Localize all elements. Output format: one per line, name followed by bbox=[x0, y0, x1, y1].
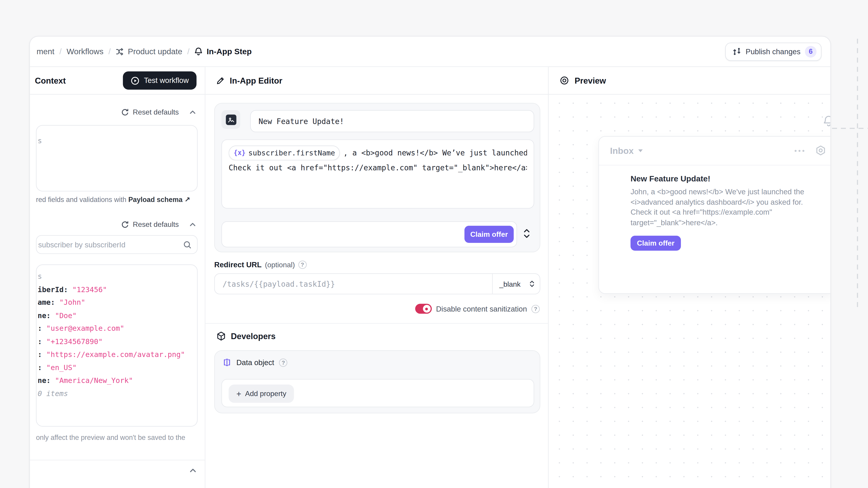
changes-count-badge: 6 bbox=[805, 46, 816, 57]
canvas-dashed-vline bbox=[857, 39, 858, 311]
json-row: : "en_US" bbox=[38, 361, 195, 374]
redirect-target-select[interactable]: _blank bbox=[492, 274, 540, 294]
add-property-button[interactable]: + Add property bbox=[228, 385, 294, 403]
notification-item[interactable]: New Feature Update! John, a <b>good news… bbox=[630, 174, 824, 251]
breadcrumb-item-environment[interactable]: ment bbox=[37, 47, 55, 56]
subscriber-section-header: Reset defaults bbox=[121, 220, 196, 229]
json-row: : "https://example.com/avatar.png" bbox=[38, 348, 195, 361]
avatar-button[interactable] bbox=[221, 110, 240, 129]
chevron-down-icon bbox=[638, 149, 643, 152]
collapse-chevron-icon[interactable] bbox=[189, 108, 196, 116]
sanitization-row: Disable content sanitization ? bbox=[415, 304, 540, 314]
app-viewport: ment / Workflows / Product update / In-A… bbox=[0, 0, 868, 488]
redirect-url-optional: (optional) bbox=[265, 260, 295, 269]
redirect-url-label-row: Redirect URL (optional) ? bbox=[214, 260, 307, 269]
breadcrumb-item-workflow[interactable]: Product update bbox=[116, 47, 182, 56]
context-panel-body: Reset defaults s red fields and validati… bbox=[30, 95, 205, 488]
inbox-preview-card: Inbox ••• New Feature Update! John, a <b… bbox=[598, 136, 830, 294]
inapp-editor-panel: In-App Editor {x} subscriber.firstN bbox=[206, 67, 549, 488]
inbox-dropdown[interactable]: Inbox bbox=[610, 146, 643, 156]
json-row: : "+1234567890" bbox=[38, 335, 195, 348]
add-property-label: Add property bbox=[245, 390, 286, 398]
redirect-url-field: _blank bbox=[214, 273, 540, 294]
breadcrumb-item-workflows[interactable]: Workflows bbox=[67, 47, 103, 56]
json-collapsed-items[interactable]: 0 items bbox=[38, 387, 195, 400]
body-text-line1: , a <b>good news!</b> We’ve just launche… bbox=[343, 147, 527, 159]
data-object-label: Data object bbox=[237, 358, 274, 367]
select-chevrons-icon bbox=[529, 280, 535, 288]
variable-icon: {x} bbox=[234, 147, 246, 159]
package-icon bbox=[217, 331, 226, 341]
notification-bell-icon[interactable] bbox=[823, 115, 831, 128]
variable-chip[interactable]: {x} subscriber.firstName bbox=[228, 145, 340, 160]
plus-icon: + bbox=[237, 389, 241, 398]
payload-editor[interactable]: s bbox=[36, 125, 197, 191]
section-divider bbox=[206, 323, 548, 324]
test-workflow-button[interactable]: Test workflow bbox=[123, 71, 197, 90]
refresh-icon bbox=[121, 221, 129, 228]
publish-changes-button[interactable]: Publish changes 6 bbox=[725, 42, 822, 61]
more-options-icon[interactable]: ••• bbox=[794, 147, 806, 155]
inbox-label: Inbox bbox=[610, 146, 634, 156]
reset-defaults-button[interactable]: Reset defaults bbox=[121, 220, 179, 229]
developers-header: Developers bbox=[217, 331, 276, 341]
redirect-target-value: _blank bbox=[499, 280, 521, 288]
notification-title: New Feature Update! bbox=[630, 174, 824, 183]
json-row: ne: "Doe" bbox=[38, 309, 195, 322]
canvas-dashed-hline bbox=[832, 128, 868, 129]
arrow-up-right-icon: ↗ bbox=[184, 196, 190, 203]
subject-input[interactable] bbox=[250, 110, 534, 132]
breadcrumb-separator: / bbox=[108, 47, 111, 56]
collapse-chevron-icon[interactable] bbox=[189, 221, 196, 228]
redirect-url-input[interactable] bbox=[222, 274, 483, 294]
data-object-box: + Add property bbox=[221, 379, 534, 408]
inbox-header: Inbox ••• bbox=[599, 137, 831, 165]
help-icon[interactable]: ? bbox=[279, 358, 287, 367]
data-object-icon bbox=[222, 358, 231, 367]
help-icon[interactable]: ? bbox=[531, 304, 540, 313]
variable-chip-label: subscriber.firstName bbox=[248, 147, 335, 159]
primary-action-field[interactable]: Claim offer bbox=[221, 221, 517, 248]
body-editor[interactable]: {x} subscriber.firstName , a <b>good new… bbox=[221, 139, 534, 208]
body-text-line2: Check it out <a href="https://example.co… bbox=[228, 162, 527, 174]
collapse-chevron-icon[interactable] bbox=[189, 466, 197, 475]
context-footer-divider bbox=[30, 460, 205, 460]
claim-offer-button[interactable]: Claim offer bbox=[465, 226, 514, 243]
json-row: ame: "John" bbox=[38, 296, 195, 309]
sanitization-toggle[interactable] bbox=[415, 304, 432, 314]
claim-offer-button[interactable]: Claim offer bbox=[630, 236, 681, 251]
sanitization-label: Disable content sanitization bbox=[436, 304, 527, 313]
payload-section-header: Reset defaults bbox=[121, 108, 196, 116]
publish-changes-label: Publish changes bbox=[746, 47, 801, 56]
breadcrumb-item-step[interactable]: In-App Step bbox=[194, 47, 252, 56]
preview-canvas: Inbox ••• New Feature Update! John, a <b… bbox=[549, 95, 831, 488]
reset-defaults-button[interactable]: Reset defaults bbox=[121, 108, 179, 116]
payload-editor-fragment: s bbox=[38, 137, 42, 145]
preview-panel-title: Preview bbox=[575, 76, 606, 86]
breadcrumb-separator: / bbox=[187, 47, 189, 56]
reorder-chevrons-icon[interactable] bbox=[523, 226, 531, 241]
breadcrumb-workflow-label: Product update bbox=[128, 47, 182, 56]
refresh-icon bbox=[121, 108, 129, 116]
top-bar: ment / Workflows / Product update / In-A… bbox=[30, 37, 830, 67]
target-icon bbox=[560, 76, 569, 86]
breadcrumb-separator: / bbox=[59, 47, 62, 56]
search-icon bbox=[183, 240, 192, 249]
play-circle-icon bbox=[131, 76, 140, 85]
context-panel-header: Context Test workflow bbox=[30, 67, 205, 94]
git-compare-icon bbox=[733, 47, 741, 56]
editor-panel-title: In-App Editor bbox=[230, 76, 282, 86]
notification-body: John, a <b>good news!</b> We've just lau… bbox=[630, 187, 824, 228]
subscriber-search-input[interactable] bbox=[38, 236, 182, 253]
json-fragment: s bbox=[38, 270, 195, 283]
subscriber-json-viewer[interactable]: s iberId: "123456" ame: "John" ne: "Doe"… bbox=[36, 265, 197, 427]
editor-panel-header: In-App Editor bbox=[206, 67, 548, 94]
json-row: ne: "America/New_York" bbox=[38, 374, 195, 387]
reset-defaults-label: Reset defaults bbox=[133, 220, 179, 229]
payload-schema-link[interactable]: Payload schema bbox=[128, 196, 183, 203]
gear-icon[interactable] bbox=[815, 145, 827, 157]
payload-helper-text: red fields and validations with Payload … bbox=[36, 195, 190, 203]
image-icon bbox=[225, 114, 236, 125]
help-icon[interactable]: ? bbox=[298, 260, 307, 269]
main-card: ment / Workflows / Product update / In-A… bbox=[29, 36, 831, 488]
